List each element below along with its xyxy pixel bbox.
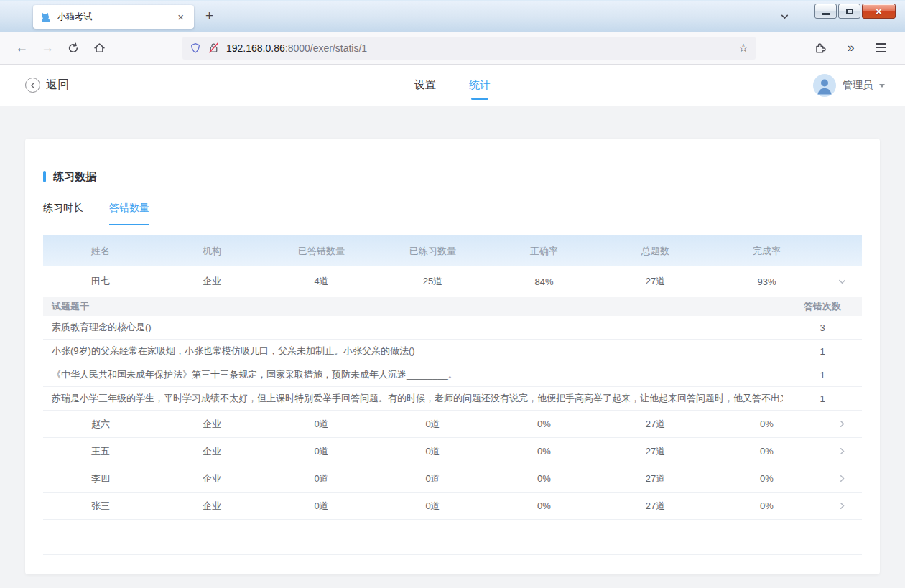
toolbar-right: » [809,37,895,60]
close-button[interactable]: × [862,4,896,19]
header-tab-active[interactable]: 统计 [469,65,491,106]
table-footer-divider [43,520,862,555]
shield-icon[interactable] [190,42,201,54]
cell-practiced_count: 0道 [377,445,488,458]
cell-accuracy: 0% [488,446,600,457]
minimize-button[interactable] [814,4,837,19]
wrong-questions-panel: 试题题干答错次数素质教育理念的核心是()3小张(9岁)的父亲经常在家吸烟，小张也… [43,297,862,411]
data-tab-active[interactable]: 答错数量 [109,202,149,225]
extensions-puzzle-icon[interactable] [809,37,832,60]
cell-name: 赵六 [43,418,158,431]
url-text[interactable]: 192.168.0.86:8000/exer/statis/1 [226,42,367,54]
cat-favicon-icon [40,11,52,23]
bookmark-star-icon[interactable]: ☆ [738,41,748,55]
expand-row-icon[interactable] [822,501,862,510]
table-body: 田七企业4道25道84%27道93%试题题干答错次数素质教育理念的核心是()3小… [43,266,862,520]
student-row[interactable]: 田七企业4道25道84%27道93% [43,266,862,297]
cell-completion: 0% [711,500,822,511]
cell-total: 27道 [600,275,711,288]
question-row: 《中华人民共和国未成年保护法》第三十三条规定，国家采取措施，预防未成年人沉迷__… [43,363,862,387]
student-row[interactable]: 张三企业0道0道0%27道0% [43,493,862,520]
column-header: 机构 [158,245,266,258]
column-header: 完成率 [711,245,822,258]
minimize-icon [822,13,830,15]
data-tab-inactive[interactable]: 练习时长 [43,202,83,225]
header-menu: 设置统计 [414,65,491,106]
menu-hamburger-icon[interactable] [869,37,892,60]
question-text: 小张(9岁)的父亲经常在家吸烟，小张也常模仿吸几口，父亲未加制止。小张父亲的做法… [43,345,783,358]
wrong-count: 3 [783,322,862,333]
cell-name: 李四 [43,472,158,485]
question-text: 素质教育理念的核心是() [43,321,783,334]
cell-wrong_count: 0道 [266,418,377,431]
cell-name: 张三 [43,500,158,513]
wrong-count: 1 [783,393,862,404]
maximize-button[interactable] [838,4,860,19]
cell-org: 企业 [158,275,266,288]
window-controls: × [814,4,896,19]
new-tab-button[interactable]: + [201,6,218,25]
section-header: 练习数据 [43,139,862,182]
question-row: 苏瑞是小学三年级的学生，平时学习成绩不太好，但上课时特别爱举手回答问题。有的时候… [43,387,862,411]
browser-forward-icon: → [36,37,59,60]
user-menu[interactable]: 管理员 [813,74,885,97]
insecure-lock-icon[interactable] [208,42,220,54]
content-card: 练习数据 练习时长答错数量 姓名机构已答错数量已练习数量正确率总题数完成率 田七… [25,139,880,574]
cell-wrong_count: 4道 [266,275,377,288]
student-row[interactable]: 李四企业0道0道0%27道0% [43,465,862,493]
cell-org: 企业 [158,500,266,513]
cell-org: 企业 [158,418,266,431]
caret-down-icon [879,84,885,88]
count-column-header: 答错次数 [783,300,862,313]
back-label: 返回 [46,78,69,93]
cell-wrong_count: 0道 [266,472,377,485]
question-text: 苏瑞是小学三年级的学生，平时学习成绩不太好，但上课时特别爱举手回答问题。有的时候… [43,392,783,405]
cell-practiced_count: 0道 [377,472,488,485]
expand-row-icon[interactable] [822,447,862,456]
url-path: :8000/exer/statis/1 [285,42,367,54]
app-header: 返回 设置统计 管理员 [0,65,905,106]
cell-total: 27道 [600,472,711,485]
browser-window: 小猫考试 × + × ← → 192.168.0.86:8 [0,0,905,588]
cell-completion: 93% [711,276,822,287]
question-row: 素质教育理念的核心是()3 [43,316,862,340]
browser-toolbar: ← → 192.168.0.86:8000/exer/statis/1 ☆ » [0,32,905,65]
toolbar-overflow-icon[interactable]: » [839,37,862,60]
tab-close-icon[interactable]: × [175,10,187,24]
cell-total: 27道 [600,500,711,513]
cell-org: 企业 [158,445,266,458]
expand-row-icon[interactable] [822,474,862,483]
student-row[interactable]: 赵六企业0道0道0%27道0% [43,411,862,438]
table-header-row: 姓名机构已答错数量已练习数量正确率总题数完成率 [43,235,862,266]
home-icon[interactable] [88,37,111,60]
cell-accuracy: 84% [488,276,600,287]
cell-accuracy: 0% [488,473,600,484]
back-circle-icon [25,78,40,93]
back-button[interactable]: 返回 [25,78,69,93]
titlebar: 小猫考试 × + × [0,0,905,32]
url-host: 192.168.0.86 [226,42,285,54]
data-tabs: 练习时长答错数量 [43,202,862,225]
browser-tab[interactable]: 小猫考试 × [33,5,194,29]
maximize-icon [846,9,853,14]
cell-total: 27道 [600,418,711,431]
page-body: 练习数据 练习时长答错数量 姓名机构已答错数量已练习数量正确率总题数完成率 田七… [0,106,905,588]
cell-completion: 0% [711,419,822,429]
browser-back-icon[interactable]: ← [10,37,33,60]
user-name: 管理员 [843,79,873,92]
hamburger-bars [873,40,889,55]
wrong-count: 1 [783,346,862,357]
url-bar[interactable]: 192.168.0.86:8000/exer/statis/1 ☆ [182,37,756,60]
question-text: 《中华人民共和国未成年保护法》第三十三条规定，国家采取措施，预防未成年人沉迷__… [43,368,783,381]
expand-row-icon[interactable] [822,419,862,429]
header-tab-inactive[interactable]: 设置 [414,65,436,106]
student-row[interactable]: 王五企业0道0道0%27道0% [43,438,862,465]
cell-accuracy: 0% [488,500,600,511]
cell-wrong_count: 0道 [266,500,377,513]
question-column-header: 试题题干 [43,300,783,313]
collapse-row-icon[interactable] [822,277,862,286]
cell-practiced_count: 0道 [377,418,488,431]
reload-icon[interactable] [62,37,85,60]
column-header: 正确率 [488,245,600,258]
tab-list-chevron-icon[interactable] [780,11,789,24]
